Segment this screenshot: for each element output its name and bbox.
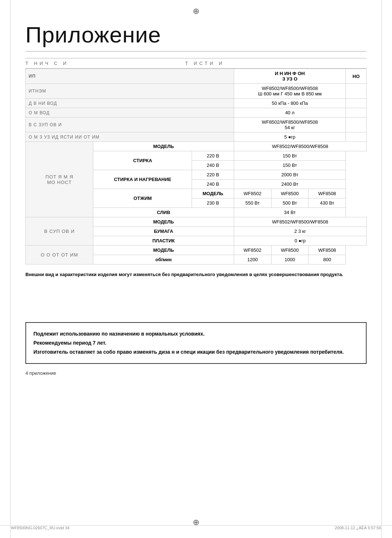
- value-plastic: 0 ●гр: [234, 236, 366, 246]
- value-spin-8500: WF8500: [271, 189, 309, 198]
- label-packing: В СУП ОВ И: [26, 217, 93, 246]
- value-wash-heat-240w: 2400 Вт: [234, 180, 346, 189]
- label-drain: СЛИВ: [93, 208, 234, 217]
- col-header-right-2: З УЗ О: [237, 76, 343, 82]
- bottom-line-3: Изготовитель оставляет за собо право изм…: [33, 348, 359, 357]
- value-power-model: WF8502/WF8500/WF8508: [234, 142, 366, 151]
- label-spin-model: МОДЕЛЬ: [192, 189, 234, 198]
- table-header-row: ИП И Н ИН Ф ОН З УЗ О НО: [26, 69, 367, 84]
- label-spin: ОТЖИМ: [93, 189, 192, 208]
- value-volume: 40 л: [234, 108, 346, 118]
- value-rpm-8502: WF8502: [234, 246, 271, 255]
- value-drain: 34 Вт: [234, 208, 346, 217]
- value-wash-220w: 150 Вт: [234, 151, 346, 161]
- label-wash: СТИРКА: [93, 151, 192, 170]
- value-no: [346, 84, 367, 99]
- page-number: 4 приложение: [25, 370, 367, 376]
- value-wash-heat-240v: 240 В: [192, 180, 234, 189]
- section-header: Т НИЧ С И Т ИСТИ И: [25, 58, 367, 69]
- label-power: ПОТ Я М Я МО НОСТ: [26, 142, 93, 217]
- page-footer: WF8500NG-02607C_RU.indd 34 2008-11-12 ¿À…: [0, 525, 392, 530]
- value-wash-240w: 150 Вт: [234, 161, 346, 170]
- value-spin-8508-w: 430 Вт: [309, 198, 346, 208]
- label-pack-model: МОДЕЛЬ: [93, 217, 234, 227]
- value-pack-model: WF8502/WF8500/WF8508: [234, 217, 366, 227]
- value-paper: 2 3 кг: [234, 227, 366, 236]
- crosshair-top-icon: ⊕: [193, 7, 199, 16]
- value-maxload: 5 ●гр: [234, 132, 346, 142]
- label-volume: О М ВОД: [26, 108, 234, 118]
- label-power-model: МОДЕЛЬ: [93, 142, 234, 151]
- label-spin-230: 230 В: [192, 198, 234, 208]
- label-plastic: ПЛАСТИК: [93, 236, 234, 246]
- value-water-pressure: 50 кПа - 800 кПа: [234, 99, 346, 108]
- specs-table: ИП И Н ИН Ф ОН З УЗ О НО ИТНЭМ WF8502/WF…: [25, 69, 367, 264]
- value-rpm-8508: WF8508: [309, 246, 346, 255]
- bottom-box: Подлежит использованию по назначению в н…: [25, 322, 367, 364]
- value-rpm-8500-val: 1000: [271, 255, 309, 264]
- section-header-left: Т НИЧ С И: [25, 61, 163, 66]
- table-row: ИТНЭМ WF8502/WF8500/WF8508 Ш 600 мм Г 45…: [26, 84, 367, 99]
- label-rpm-unit: об/мин: [93, 255, 234, 264]
- value-spin-8502-w: 550 Вт: [234, 198, 271, 208]
- label-paper: БУМАГА: [93, 227, 234, 236]
- table-row-pack-model: В СУП ОВ И МОДЕЛЬ WF8502/WF8500/WF8508: [26, 217, 367, 227]
- value-weight: WF8502/WF8500/WF8508 54 кг: [234, 118, 346, 132]
- value-wash-220v: 220 В: [192, 151, 234, 161]
- value-model: WF8502/WF8500/WF8508 Ш 600 мм Г 450 мм В…: [234, 84, 346, 99]
- col-header-right-1: И Н ИН Ф ОН: [237, 71, 343, 76]
- footer-left: WF8500NG-02607C_RU.indd 34: [11, 526, 69, 530]
- value-wash-240v: 240 В: [192, 161, 234, 170]
- value-wash-heat-220w: 2000 Вт: [234, 170, 346, 180]
- table-row: Д В НИ ВОД 50 кПа - 800 кПа: [26, 99, 367, 108]
- label-weight: В С ЗУП ОВ И: [26, 118, 234, 132]
- page-title: Приложение: [25, 22, 367, 48]
- table-row: О М ВОД 40 л: [26, 108, 367, 118]
- value-rpm-8502-val: 1200: [234, 255, 271, 264]
- footer-note: Внешни вид и характеристики изделия могу…: [25, 271, 367, 279]
- table-row: О М З УЗ ИД ЯСТИ ИИ ОТ ИМ 5 ●гр: [26, 132, 367, 142]
- label-maxload: О М З УЗ ИД ЯСТИ ИИ ОТ ИМ: [26, 132, 234, 142]
- value-spin-8500-w: 500 Вт: [271, 198, 309, 208]
- label-rpm: О О ОТ ОТ ИМ: [26, 246, 93, 264]
- table-row-power-model: ПОТ Я М Я МО НОСТ МОДЕЛЬ WF8502/WF8500/W…: [26, 142, 367, 151]
- label-water-pressure: Д В НИ ВОД: [26, 99, 234, 108]
- value-rpm-8508-val: 800: [309, 255, 346, 264]
- table-row: В С ЗУП ОВ И WF8502/WF8500/WF8508 54 кг: [26, 118, 367, 132]
- table-row-rpm-model: О О ОТ ОТ ИМ МОДЕЛЬ WF8502 WF8500 WF8508: [26, 246, 367, 255]
- label-rpm-model: МОДЕЛЬ: [93, 246, 234, 255]
- footer-right: 2008-11-12 ¿ÀÊÀ 6:57:56: [335, 526, 381, 530]
- bottom-line-1: Подлежит использованию по назначению в н…: [33, 329, 359, 338]
- col-header-no: НО: [346, 69, 367, 84]
- value-wash-heat-220v: 220 В: [192, 170, 234, 180]
- label-wash-heat: СТИРКА И НАГРЕВАНИЕ: [93, 170, 192, 189]
- col-header-type: ИП: [26, 69, 234, 84]
- value-rpm-8500: WF8500: [271, 246, 309, 255]
- section-header-right: Т ИСТИ И: [185, 61, 367, 66]
- value-spin-8502: WF8502: [234, 189, 271, 198]
- bottom-line-2: Рекомендуемы период 7 лет.: [33, 338, 359, 348]
- value-spin-8508: WF8508: [309, 189, 346, 198]
- label-model: ИТНЭМ: [26, 84, 234, 99]
